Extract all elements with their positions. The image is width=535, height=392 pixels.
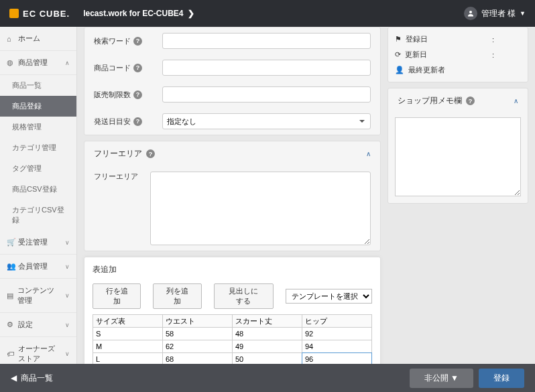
sale-limit-input[interactable] (162, 86, 371, 103)
chevron-up-icon: ∧ (514, 97, 518, 105)
help-icon[interactable]: ? (146, 149, 155, 158)
gear-icon: ⚙ (7, 320, 14, 329)
nav-label: ホーム (18, 34, 40, 44)
brand[interactable]: EC CUBE. (9, 9, 70, 19)
nav-settings[interactable]: ⚙設定∨ (0, 313, 76, 337)
memo-panel: ショップ用メモ欄 ? ∧ (388, 88, 528, 204)
chevron-up-icon: ∧ (366, 150, 371, 157)
help-icon[interactable]: ? (133, 37, 142, 46)
nav-label: オーナーズストア (18, 344, 61, 364)
memo-title: ショップ用メモ欄 (398, 95, 462, 107)
nav-product-csv[interactable]: 商品CSV登録 (0, 179, 76, 200)
nav-tag-mgmt[interactable]: タグ管理 (0, 158, 76, 179)
table-header-cell[interactable] (302, 315, 371, 327)
chevron-down-icon: ∨ (65, 322, 70, 328)
table-cell[interactable] (93, 340, 162, 352)
nav-class-mgmt[interactable]: 規格管理 (0, 117, 76, 137)
chevron-down-icon: ∨ (65, 263, 70, 270)
nav-label: 会員管理 (18, 261, 48, 271)
nav-label: 設定 (18, 320, 33, 330)
size-table (93, 314, 372, 364)
memo-textarea[interactable] (395, 117, 521, 196)
nav-order-mgmt[interactable]: 🛒受注管理∨ (0, 231, 76, 255)
nav-content-mgmt[interactable]: ▤コンテンツ管理∨ (0, 279, 76, 313)
nav-label: 商品管理 (18, 58, 48, 68)
topbar: EC CUBE. lecast.work for EC-CUBE4 ❯ 管理者 … (0, 0, 535, 27)
nav-product-list[interactable]: 商品一覧 (0, 75, 76, 96)
table-header-cell[interactable] (233, 315, 302, 327)
nav-category-mgmt[interactable]: カテゴリ管理 (0, 137, 76, 158)
table-cell[interactable] (93, 328, 162, 340)
nav-category-csv[interactable]: カテゴリCSV登録 (0, 200, 76, 231)
template-select[interactable]: テンプレートを選択 (286, 289, 372, 304)
chevron-down-icon: ▼ (520, 10, 526, 17)
freearea-title: フリーエリア (94, 148, 142, 159)
help-icon[interactable]: ? (133, 64, 142, 72)
meta-panel: ⚑登録日: ⟳更新日: 👤最終更新者 (388, 27, 528, 82)
brand-logo-icon (9, 9, 19, 18)
search-word-input[interactable] (162, 33, 371, 49)
nav-home[interactable]: ⌂ホーム (0, 27, 76, 51)
make-header-button[interactable]: 見出しにする (214, 283, 274, 309)
table-cell[interactable] (163, 353, 232, 364)
product-code-input[interactable] (162, 60, 371, 76)
table-cell[interactable] (163, 328, 232, 340)
user-menu[interactable]: 管理者 様 ▼ (464, 7, 526, 20)
colon: : (492, 36, 494, 44)
help-icon[interactable]: ? (133, 90, 142, 99)
draft-button[interactable]: 非公開 ▼ (410, 369, 473, 388)
label-delivery-date: 発送日目安 (94, 117, 131, 127)
table-cell[interactable] (233, 353, 302, 364)
product-name: lecast.work for EC-CUBE4 (83, 9, 183, 18)
table-cell[interactable] (163, 340, 232, 352)
table-cell[interactable] (302, 353, 371, 364)
table-cell[interactable] (302, 328, 371, 340)
add-col-button[interactable]: 列を追加 (153, 283, 201, 309)
table-cell[interactable] (233, 328, 302, 340)
label-product-code: 商品コード (94, 63, 131, 73)
table-header-cell[interactable] (93, 315, 162, 327)
delivery-select[interactable]: 指定なし (162, 113, 371, 129)
nav-product-mgmt[interactable]: ◍商品管理∧ (0, 51, 76, 75)
freearea-panel: フリーエリア ? ∧ フリーエリア (84, 141, 381, 251)
table-header-cell[interactable] (163, 315, 232, 327)
nav-member-mgmt[interactable]: 👥会員管理∨ (0, 255, 76, 279)
submit-button[interactable]: 登録 (479, 369, 524, 388)
flag-icon: ⚑ (395, 35, 402, 44)
table-cell[interactable] (302, 340, 371, 352)
nav-label: 受注管理 (18, 237, 48, 247)
cart-icon: 🛒 (7, 238, 14, 247)
colon: : (492, 51, 494, 59)
nav-owners-store[interactable]: 🏷オーナーズストア∨ (0, 337, 76, 364)
brand-text: EC CUBE. (23, 9, 70, 19)
arrow-left-icon: ◀ (11, 373, 17, 383)
back-button[interactable]: ◀ 商品一覧 (11, 373, 53, 384)
chevron-down-icon: ∨ (65, 292, 70, 299)
svg-point-0 (469, 11, 472, 13)
users-icon: 👥 (7, 262, 14, 271)
freearea-textarea[interactable] (150, 172, 371, 245)
freearea-header[interactable]: フリーエリア ? ∧ (84, 141, 380, 166)
table-add-title: 表追加 (93, 264, 372, 275)
nav-product-register[interactable]: 商品登録 (0, 96, 76, 117)
help-icon[interactable]: ? (466, 96, 475, 105)
search-form-panel: 検索ワード? 商品コード? 販売制限数? 発送日目安? 指定なし (84, 27, 381, 135)
label-search-word: 検索ワード (94, 36, 131, 46)
label-sale-limit: 販売制限数 (94, 90, 131, 100)
help-icon[interactable]: ? (133, 117, 142, 126)
table-cell[interactable] (93, 353, 162, 364)
avatar-icon (464, 7, 477, 20)
sidebar: ⌂ホーム ◍商品管理∧ 商品一覧 商品登録 規格管理 カテゴリ管理 タグ管理 商… (0, 27, 77, 364)
memo-header[interactable]: ショップ用メモ欄 ? ∧ (388, 88, 528, 113)
chevron-up-icon: ∧ (65, 60, 70, 66)
file-icon: ▤ (7, 291, 13, 300)
chevron-right-icon: ❯ (188, 9, 194, 18)
chevron-down-icon: ∨ (65, 350, 70, 357)
cube-icon: ◍ (7, 58, 14, 67)
table-add-panel: 表追加 行を追加 列を追加 見出しにする テンプレートを選択 行を削除 列を削除 (84, 257, 381, 364)
add-row-button[interactable]: 行を追加 (93, 283, 141, 309)
product-link[interactable]: lecast.work for EC-CUBE4 ❯ (83, 9, 194, 18)
label-last-updater: 最終更新者 (408, 65, 445, 75)
table-cell[interactable] (233, 340, 302, 352)
label-register-date: 登録日 (406, 34, 428, 44)
